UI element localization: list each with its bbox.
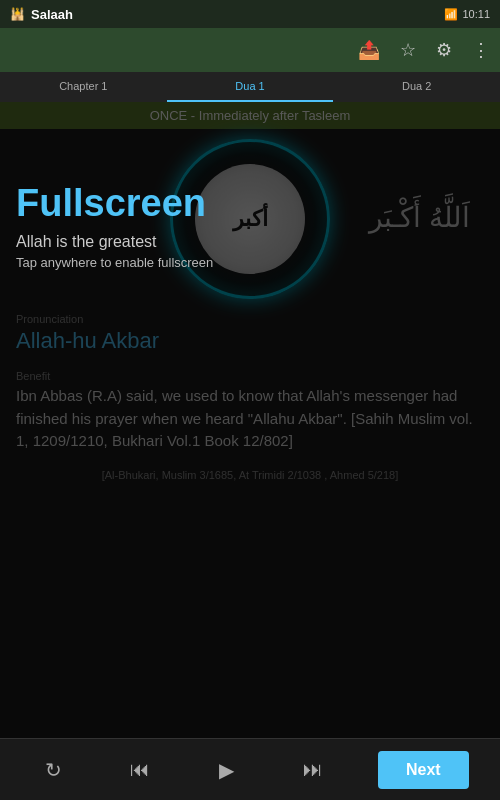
fullscreen-tap-hint: Tap anywhere to enable fullscreen bbox=[16, 255, 213, 270]
repeat-button[interactable]: ↻ bbox=[31, 748, 75, 792]
app-title: Salaah bbox=[31, 7, 73, 22]
status-left: 🕌 Salaah bbox=[10, 7, 73, 22]
play-button[interactable]: ▶ bbox=[205, 748, 249, 792]
tab-dua1[interactable]: Dua 1 bbox=[167, 72, 334, 102]
wifi-icon: 📶 bbox=[444, 8, 458, 21]
tab-dua2[interactable]: Dua 2 bbox=[333, 72, 500, 102]
next-button[interactable]: Next bbox=[378, 751, 469, 789]
settings-icon[interactable]: ⚙ bbox=[436, 39, 452, 61]
more-icon[interactable]: ⋮ bbox=[472, 39, 490, 61]
play-icon: ▶ bbox=[219, 758, 234, 782]
skip-forward-icon: ⏭ bbox=[303, 758, 323, 781]
share-icon[interactable]: 📤 bbox=[358, 39, 380, 61]
skip-forward-button[interactable]: ⏭ bbox=[291, 748, 335, 792]
bottom-nav: ↻ ⏮ ▶ ⏭ Next bbox=[0, 738, 500, 800]
tab-bar: Chapter 1 Dua 1 Dua 2 bbox=[0, 72, 500, 102]
app-icon: 🕌 bbox=[10, 7, 25, 21]
star-icon[interactable]: ☆ bbox=[400, 39, 416, 61]
tab-chapter1[interactable]: Chapter 1 bbox=[0, 72, 167, 102]
fullscreen-overlay[interactable]: Fullscreen Allah is the greatest Tap any… bbox=[0, 102, 500, 738]
toolbar: 📤 ☆ ⚙ ⋮ bbox=[0, 28, 500, 72]
status-right: 📶 10:11 bbox=[444, 8, 490, 21]
main-content: ONCE - Immediately after Tasleem أكبر اَ… bbox=[0, 102, 500, 738]
skip-back-icon: ⏮ bbox=[130, 758, 150, 781]
repeat-icon: ↻ bbox=[45, 758, 62, 782]
time-display: 10:11 bbox=[462, 8, 490, 20]
status-bar: 🕌 Salaah 📶 10:11 bbox=[0, 0, 500, 28]
fullscreen-meaning: Allah is the greatest bbox=[16, 233, 157, 251]
skip-back-button[interactable]: ⏮ bbox=[118, 748, 162, 792]
fullscreen-title: Fullscreen bbox=[16, 182, 206, 225]
